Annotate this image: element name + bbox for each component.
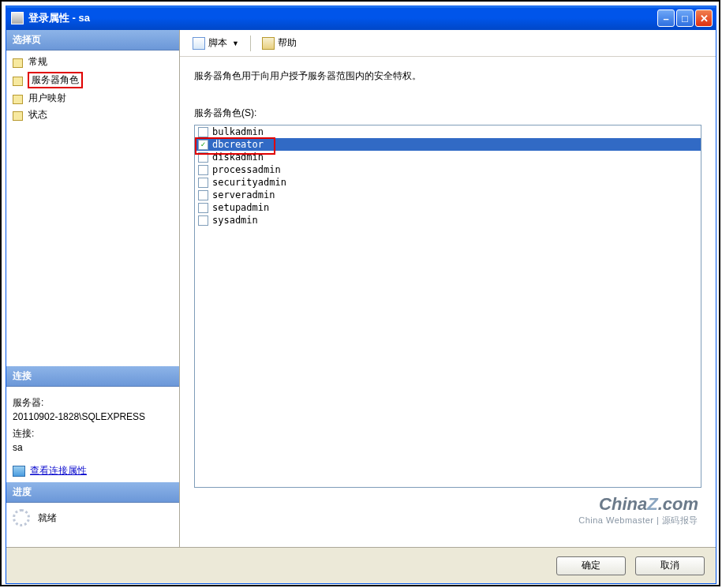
- progress-header: 进度: [6, 482, 179, 503]
- window-title: 登录属性 - sa: [28, 11, 657, 25]
- page-icon: [11, 93, 24, 104]
- role-row[interactable]: setupadmin: [195, 201, 701, 214]
- role-name: securityadmin: [212, 177, 286, 188]
- role-name: diskadmin: [212, 152, 264, 163]
- role-row[interactable]: ✓dbcreator: [195, 138, 701, 151]
- roles-label: 服务器角色(S):: [194, 107, 701, 120]
- select-page-header: 选择页: [6, 30, 179, 51]
- connection-header: 连接: [6, 366, 179, 387]
- role-checkbox[interactable]: [198, 215, 208, 226]
- titlebar[interactable]: 登录属性 - sa – □ ✕: [6, 6, 716, 30]
- role-row[interactable]: securityadmin: [195, 176, 701, 189]
- view-connection-properties-link[interactable]: 查看连接属性: [30, 464, 87, 478]
- role-checkbox[interactable]: [198, 178, 208, 188]
- ready-label: 就绪: [38, 511, 57, 525]
- minimize-button[interactable]: –: [657, 9, 675, 27]
- role-row[interactable]: bulkadmin: [195, 125, 701, 138]
- script-icon: [193, 37, 205, 50]
- sidebar-item-1[interactable]: 服务器角色: [8, 70, 178, 90]
- role-name: processadmin: [212, 164, 281, 175]
- app-icon: [11, 12, 24, 24]
- sidebar-item-label: 常规: [28, 55, 48, 69]
- page-icon: [11, 57, 24, 68]
- connection-section: 服务器: 20110902-1828\SQLEXPRESS 连接: sa 查看连…: [6, 387, 179, 482]
- script-button[interactable]: 脚本 ▼: [188, 34, 244, 52]
- progress-section: 就绪: [6, 503, 179, 533]
- spinner-icon: [13, 509, 30, 526]
- dialog-buttons: 确定 取消: [6, 547, 716, 583]
- nav-list: 常规服务器角色用户映射状态: [6, 51, 179, 126]
- role-row[interactable]: serveradmin: [195, 189, 701, 201]
- sidebar-item-label: 服务器角色: [28, 72, 83, 88]
- script-label: 脚本: [208, 36, 227, 50]
- server-roles-list[interactable]: bulkadmin✓dbcreatordiskadminprocessadmin…: [194, 125, 701, 488]
- role-name: dbcreator: [212, 139, 264, 150]
- role-checkbox[interactable]: [198, 203, 208, 213]
- description-text: 服务器角色用于向用户授予服务器范围内的安全特权。: [194, 69, 701, 83]
- page-icon: [11, 110, 24, 121]
- role-row[interactable]: sysadmin: [195, 214, 701, 227]
- sidebar-item-0[interactable]: 常规: [8, 54, 178, 70]
- server-label: 服务器:: [13, 396, 173, 410]
- window-buttons: – □ ✕: [657, 9, 713, 27]
- server-value: 20110902-1828\SQLEXPRESS: [13, 411, 173, 422]
- help-label: 帮助: [278, 36, 297, 50]
- dialog-window: 登录属性 - sa – □ ✕ 选择页 常规服务器角色用户映射状态 连接 服务器…: [6, 6, 716, 584]
- ok-button[interactable]: 确定: [556, 556, 626, 575]
- toolbar: 脚本 ▼ 帮助: [180, 30, 716, 57]
- maximize-button[interactable]: □: [676, 9, 694, 27]
- help-button[interactable]: 帮助: [257, 34, 301, 52]
- close-button[interactable]: ✕: [695, 9, 713, 27]
- role-name: serveradmin: [212, 189, 275, 200]
- chevron-down-icon: ▼: [232, 39, 239, 47]
- watermark-brand-a: China: [599, 494, 647, 514]
- role-name: sysadmin: [212, 215, 258, 226]
- role-checkbox[interactable]: [198, 152, 208, 163]
- role-checkbox[interactable]: ✓: [198, 140, 208, 150]
- sidebar: 选择页 常规服务器角色用户映射状态 连接 服务器: 20110902-1828\…: [6, 30, 180, 547]
- watermark-tagline: China Webmaster | 源码报导: [578, 515, 698, 526]
- sidebar-item-label: 用户映射: [28, 92, 67, 105]
- toolbar-separator: [250, 36, 251, 51]
- role-checkbox[interactable]: [198, 190, 208, 200]
- watermark-brand-b: Z: [647, 494, 657, 514]
- sidebar-item-2[interactable]: 用户映射: [8, 90, 178, 107]
- role-name: setupadmin: [212, 202, 269, 213]
- sidebar-item-3[interactable]: 状态: [8, 107, 178, 123]
- role-name: bulkadmin: [212, 126, 264, 137]
- watermark: ChinaZ.com China Webmaster | 源码报导: [578, 494, 698, 526]
- connection-label: 连接:: [13, 427, 173, 440]
- watermark-brand-c: .com: [658, 494, 698, 514]
- role-checkbox[interactable]: [198, 165, 208, 175]
- role-checkbox[interactable]: [198, 127, 208, 137]
- cancel-button[interactable]: 取消: [635, 556, 705, 575]
- page-icon: [11, 75, 24, 86]
- sidebar-item-label: 状态: [28, 108, 48, 122]
- main-panel: 脚本 ▼ 帮助 服务器角色用于向用户授予服务器范围内的安全特权。 服务器角色(S…: [180, 30, 716, 547]
- role-row[interactable]: processadmin: [195, 163, 701, 176]
- help-icon: [262, 37, 275, 50]
- properties-icon: [13, 466, 25, 477]
- connection-value: sa: [13, 442, 173, 453]
- role-row[interactable]: diskadmin: [195, 151, 701, 163]
